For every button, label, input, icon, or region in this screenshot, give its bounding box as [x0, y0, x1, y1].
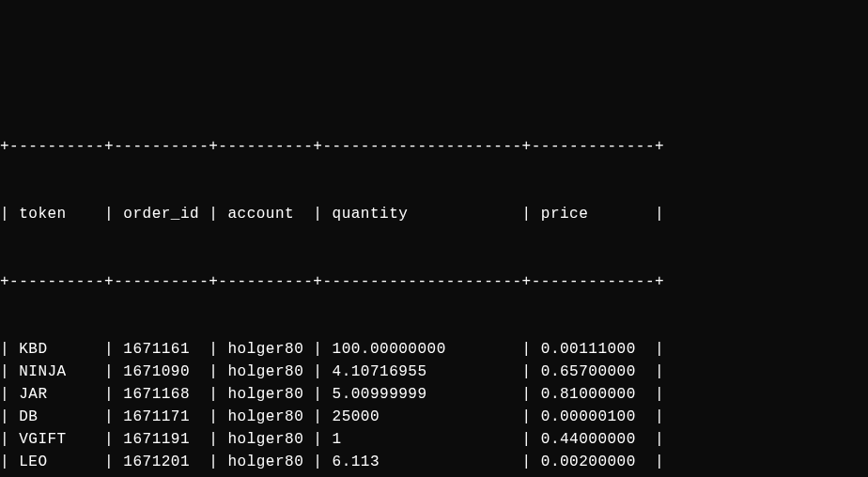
table-row: | JAR | 1671168 | holger80 | 5.00999999 …: [0, 383, 868, 406]
table-row: | KBD | 1671161 | holger80 | 100.0000000…: [0, 338, 868, 361]
table-row: | LEO | 1671201 | holger80 | 6.113 | 0.0…: [0, 451, 868, 473]
table-header-row: | token | order_id | account | quantity …: [0, 203, 868, 225]
table-border-mid: +----------+----------+----------+------…: [0, 270, 868, 293]
table-row: | DB | 1671171 | holger80 | 25000 | 0.00…: [0, 406, 868, 428]
table-row: | NINJA | 1671090 | holger80 | 4.1071695…: [0, 361, 868, 383]
table-row: | CHOPS | 1671174 | holger80 | 20 | 0.00…: [0, 473, 868, 477]
table-border-top: +----------+----------+----------+------…: [0, 135, 868, 158]
terminal-output: +----------+----------+----------+------…: [0, 90, 868, 477]
table-row: | VGIFT | 1671191 | holger80 | 1 | 0.440…: [0, 428, 868, 451]
table-body: | KBD | 1671161 | holger80 | 100.0000000…: [0, 338, 868, 477]
